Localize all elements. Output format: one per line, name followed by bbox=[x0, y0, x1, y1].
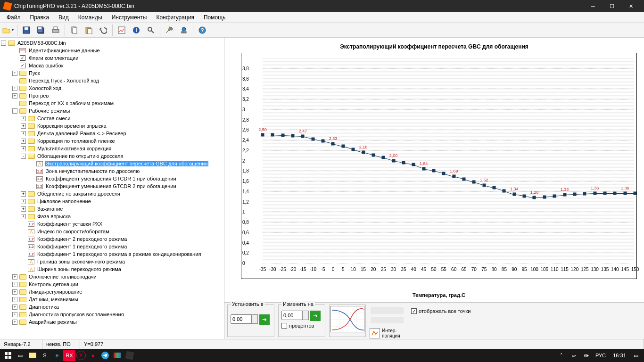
start-button[interactable] bbox=[2, 350, 14, 361]
network-button[interactable] bbox=[177, 24, 191, 37]
tray-volume-icon[interactable]: 🕪 bbox=[580, 350, 592, 361]
tree-view[interactable]: -A205DM53-000C.binИдентификационные данн… bbox=[0, 38, 224, 339]
tree-item-23[interactable]: 1.2Коэффициент уставки РХХ bbox=[1, 220, 223, 228]
menu-2[interactable]: Вид bbox=[54, 13, 74, 22]
tree-item-0[interactable]: Идентификационные данные bbox=[1, 47, 223, 54]
data-point[interactable] bbox=[634, 192, 637, 195]
tree-item-27[interactable]: 1.2Коэффициент 1 переходного режима в ре… bbox=[1, 250, 223, 258]
changeby-spinner[interactable] bbox=[302, 311, 309, 320]
percent-checkbox[interactable]: процентов bbox=[281, 323, 322, 329]
tree-item-34[interactable]: +Диагностика bbox=[1, 303, 223, 311]
app2-icon[interactable] bbox=[111, 350, 124, 361]
tree-item-35[interactable]: +Диагностика пропусков воспламенения bbox=[1, 311, 223, 318]
xtick: 45 bbox=[421, 267, 426, 272]
tree-item-7[interactable]: Переход от XX к рабочим режимам bbox=[1, 99, 223, 107]
setto-input[interactable] bbox=[231, 314, 251, 324]
tray-chevron-icon[interactable]: ˄ bbox=[555, 350, 568, 361]
save-button[interactable] bbox=[19, 24, 33, 37]
tree-item-3[interactable]: +Пуск bbox=[1, 69, 223, 77]
slider-b[interactable] bbox=[371, 317, 404, 323]
tree-item-6[interactable]: +Прогрев bbox=[1, 92, 223, 99]
chart[interactable]: Коэффициент коррекции 00,20,40,60,811,21… bbox=[241, 53, 637, 279]
tree-item-16[interactable]: 1.2Зона нечувствительности по дросселю bbox=[1, 167, 223, 175]
tree-item-22[interactable]: +Фаза впрыска bbox=[1, 213, 223, 220]
chart-button[interactable] bbox=[115, 24, 129, 37]
tree-item-11[interactable]: +Дельта давлений Рампа <-> Ресивер bbox=[1, 130, 223, 137]
tree-item-19[interactable]: +Обеднение по закрытию дросселя bbox=[1, 190, 223, 197]
explorer-icon[interactable] bbox=[26, 350, 39, 361]
tree-item-31[interactable]: +Контроль детонации bbox=[1, 280, 223, 288]
tree-item-33[interactable]: +Датчики, механизмы bbox=[1, 296, 223, 303]
menu-0[interactable]: Файл bbox=[2, 13, 25, 22]
help-button[interactable]: ? bbox=[195, 24, 209, 37]
tree-item-12[interactable]: +Коррекция по топливной пленке bbox=[1, 137, 223, 145]
tree-item-label: Переход Пуск - Холостой ход bbox=[28, 78, 100, 83]
chart-pane: Экстраполирующий коэффициент пересчета G… bbox=[224, 38, 644, 339]
paste-button[interactable] bbox=[82, 24, 96, 37]
tree-item-32[interactable]: +Лямда-регулирование bbox=[1, 288, 223, 296]
print-button[interactable] bbox=[49, 24, 63, 37]
miniplot[interactable] bbox=[330, 306, 364, 332]
plot-area[interactable] bbox=[263, 58, 634, 262]
tree-item-icon bbox=[19, 312, 26, 318]
tree-item-18[interactable]: 1.2Коэффициент уменьшения GTCDR 2 при об… bbox=[1, 182, 223, 190]
tree-item-icon bbox=[27, 214, 35, 220]
setto-apply-button[interactable]: ➔ bbox=[259, 314, 270, 325]
skype-icon[interactable]: S bbox=[39, 350, 51, 361]
record-icon[interactable]: ● bbox=[87, 350, 99, 361]
menu-4[interactable]: Инструменты bbox=[107, 13, 152, 22]
xtick: -5 bbox=[321, 267, 325, 272]
taskview-icon[interactable]: ▭ bbox=[14, 350, 26, 361]
slider-a[interactable] bbox=[371, 307, 404, 314]
minimize-button[interactable]: ─ bbox=[584, 0, 603, 12]
tree-item-5[interactable]: +Холостой ход bbox=[1, 84, 223, 92]
menu-1[interactable]: Правка bbox=[25, 13, 54, 22]
tree-root[interactable]: -A205DM53-000C.bin bbox=[1, 39, 223, 47]
tree-item-36[interactable]: +Аварийные режимы bbox=[1, 318, 223, 326]
close-button[interactable]: ✕ bbox=[621, 0, 640, 12]
menu-5[interactable]: Конфигурация bbox=[151, 13, 199, 22]
tree-item-8[interactable]: -Рабочие режимы bbox=[1, 107, 223, 115]
info-button[interactable]: i bbox=[129, 24, 143, 37]
tree-item-2[interactable]: ✓Маска ошибок bbox=[1, 62, 223, 69]
changeby-apply-button[interactable]: ➔ bbox=[310, 311, 321, 321]
changeby-input[interactable] bbox=[281, 311, 302, 320]
edge-icon[interactable]: e bbox=[51, 350, 63, 361]
tree-item-9[interactable]: +Состав смеси bbox=[1, 115, 223, 122]
tray-screen-icon[interactable]: ▱ bbox=[568, 350, 580, 361]
interp-button[interactable] bbox=[370, 328, 380, 338]
search-button[interactable] bbox=[144, 24, 158, 37]
tree-item-25[interactable]: 1.2Коэффициент 2 переходного режима bbox=[1, 235, 223, 243]
telegram-icon[interactable] bbox=[99, 350, 111, 361]
maximize-button[interactable]: ☐ bbox=[603, 0, 621, 12]
tree-item-17[interactable]: 1.2Коэффициент уменьшения GTCDR 1 при об… bbox=[1, 175, 223, 182]
tray-lang[interactable]: РУС bbox=[592, 350, 609, 361]
tree-item-24[interactable]: ⋀Индекс по скорости/оборотам bbox=[1, 228, 223, 235]
tray-notifications-icon[interactable]: ▭ bbox=[630, 350, 642, 361]
tools-button[interactable] bbox=[162, 24, 176, 37]
tree-item-15[interactable]: ⋀Экстраполирующий коэффициент пересчета … bbox=[1, 160, 223, 167]
app1-icon[interactable]: RX bbox=[63, 350, 75, 361]
showall-checkbox[interactable]: ✓отображать все точки bbox=[411, 308, 471, 314]
chiptuning-task-icon[interactable] bbox=[124, 350, 136, 361]
tree-item-28[interactable]: ⋀Граница зоны экономичного режима bbox=[1, 258, 223, 265]
open-button[interactable] bbox=[1, 24, 15, 37]
tree-item-21[interactable]: +Зажигание bbox=[1, 205, 223, 213]
setto-spinner[interactable] bbox=[251, 314, 258, 324]
tree-item-20[interactable]: +Цикловое наполнение bbox=[1, 197, 223, 205]
tree-item-14[interactable]: -Обогащение по открытию дросселя bbox=[1, 152, 223, 160]
tree-item-13[interactable]: +Мультипликативная коррекция bbox=[1, 145, 223, 152]
undo-button[interactable] bbox=[96, 24, 110, 37]
saveall-button[interactable] bbox=[34, 24, 48, 37]
menu-3[interactable]: Команды bbox=[74, 13, 107, 22]
tray-clock[interactable]: 16:31 bbox=[609, 350, 630, 361]
tree-item-1[interactable]: ✓Флаги комплектации bbox=[1, 54, 223, 62]
tree-item-29[interactable]: ⋀Ширина зоны переходного режима bbox=[1, 265, 223, 273]
copy-button[interactable] bbox=[67, 24, 81, 37]
tree-item-10[interactable]: +Коррекция времени впрыска bbox=[1, 122, 223, 130]
tree-item-30[interactable]: +Отключение топливоподачи bbox=[1, 273, 223, 280]
tree-item-26[interactable]: 1.2Коэффициент 1 переходного режима bbox=[1, 243, 223, 250]
menu-6[interactable]: Помощь bbox=[199, 13, 230, 22]
tree-item-4[interactable]: Переход Пуск - Холостой ход bbox=[1, 77, 223, 84]
yandex-icon[interactable]: Y bbox=[76, 351, 86, 360]
